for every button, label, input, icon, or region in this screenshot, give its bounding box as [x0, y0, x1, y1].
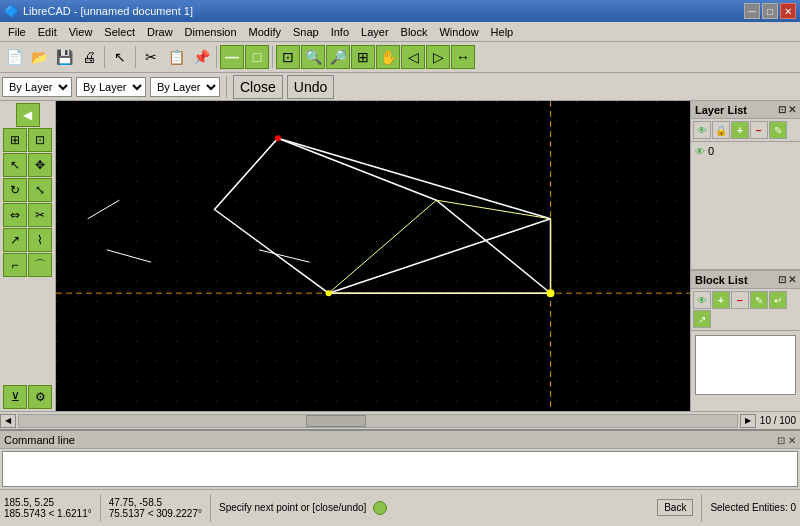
zoom-all[interactable]: ⊡: [276, 45, 300, 69]
separator3: [216, 46, 217, 68]
entities-count: 0: [790, 502, 796, 513]
maximize-button[interactable]: □: [762, 3, 778, 19]
block-del-btn[interactable]: −: [731, 291, 749, 309]
tool-extend[interactable]: ↗: [3, 228, 27, 252]
layer-toolbar: By Layer By Layer By Layer Close Undo: [0, 72, 800, 100]
zoom-prev[interactable]: ◁: [401, 45, 425, 69]
paste-button[interactable]: 📌: [189, 45, 213, 69]
zoom-in[interactable]: 🔍: [301, 45, 325, 69]
block-list-toolbar: 👁 + − ✎ ↵ ↗: [691, 289, 800, 331]
main-toolbar: 📄 📂 💾 🖨 ↖ ✂ 📋 📌 — □ ⊡ 🔍 🔎 ⊞ ✋ ◁ ▷ ↔: [0, 42, 800, 72]
cmd-float-icon[interactable]: ⊡: [777, 435, 785, 446]
hscroll-left[interactable]: ◀: [0, 414, 16, 428]
menu-modify[interactable]: Modify: [243, 24, 287, 40]
tool-scale[interactable]: ⤡: [28, 178, 52, 202]
layer-name: 0: [708, 145, 714, 157]
copy-button[interactable]: 📋: [164, 45, 188, 69]
close-button[interactable]: Close: [233, 75, 283, 99]
tool-chamfer[interactable]: ⌐: [3, 253, 27, 277]
hscroll-area: ◀ ▶ 10 / 100: [0, 411, 800, 429]
linewidth-select[interactable]: By Layer: [150, 77, 220, 97]
tool-select[interactable]: ↖: [3, 153, 27, 177]
tool-dimension[interactable]: ⊻: [3, 385, 27, 409]
open-button[interactable]: 📂: [27, 45, 51, 69]
coord-section1: 185.5, 5.25 185.5743 < 1.6211°: [4, 497, 92, 519]
print-button[interactable]: 🖨: [77, 45, 101, 69]
drawing-canvas-area[interactable]: [56, 101, 690, 411]
layer-close-icon[interactable]: ✕: [788, 104, 796, 115]
block-export-btn[interactable]: ↗: [693, 310, 711, 328]
cmd-close-icon[interactable]: ✕: [788, 435, 796, 446]
line-button[interactable]: —: [220, 45, 244, 69]
menu-block[interactable]: Block: [395, 24, 434, 40]
layer-del-btn[interactable]: −: [750, 121, 768, 139]
close-button[interactable]: ✕: [780, 3, 796, 19]
menu-edit[interactable]: Edit: [32, 24, 63, 40]
command-input[interactable]: [2, 451, 798, 487]
zoom-pan[interactable]: ✋: [376, 45, 400, 69]
block-edit-btn[interactable]: ✎: [750, 291, 768, 309]
menu-select[interactable]: Select: [98, 24, 141, 40]
block-add-btn[interactable]: +: [712, 291, 730, 309]
block-visibility-btn[interactable]: 👁: [693, 291, 711, 309]
status-div3: [701, 494, 702, 522]
separator2: [135, 46, 136, 68]
cmd-prompt: Specify next point or [close/undo]: [219, 501, 649, 515]
menu-window[interactable]: Window: [433, 24, 484, 40]
color-select[interactable]: By Layer: [2, 77, 72, 97]
separator4: [272, 46, 273, 68]
menu-layer[interactable]: Layer: [355, 24, 395, 40]
menu-draw[interactable]: Draw: [141, 24, 179, 40]
menu-snap[interactable]: Snap: [287, 24, 325, 40]
undo-button[interactable]: Undo: [287, 75, 334, 99]
rect-button[interactable]: □: [245, 45, 269, 69]
block-insert-btn[interactable]: ↵: [769, 291, 787, 309]
back-button[interactable]: Back: [657, 499, 693, 516]
right-panel: Layer List ⊡ ✕ 👁 🔒 + − ✎ 👁 0: [690, 101, 800, 411]
menu-file[interactable]: File: [2, 24, 32, 40]
menu-info[interactable]: Info: [325, 24, 355, 40]
back-tool[interactable]: ◀: [16, 103, 40, 127]
layer-visibility-btn[interactable]: 👁: [693, 121, 711, 139]
menu-dimension[interactable]: Dimension: [179, 24, 243, 40]
tool-move[interactable]: ✥: [28, 153, 52, 177]
tool-trim[interactable]: ✂: [28, 203, 52, 227]
hscroll-track[interactable]: [18, 414, 738, 428]
layer-edit-btn[interactable]: ✎: [769, 121, 787, 139]
lt-row-bottom: ⊻ ⚙: [3, 385, 52, 409]
menu-help[interactable]: Help: [485, 24, 520, 40]
coord1b: 185.5743 < 1.6211°: [4, 508, 92, 519]
layer-add-btn[interactable]: +: [731, 121, 749, 139]
command-line-area: Command line ⊡ ✕: [0, 429, 800, 487]
layer-item-0[interactable]: 👁 0: [693, 144, 798, 158]
tool-fillet[interactable]: ⌒: [28, 253, 52, 277]
cut-button[interactable]: ✂: [139, 45, 163, 69]
hscroll-right[interactable]: ▶: [740, 414, 756, 428]
menu-view[interactable]: View: [63, 24, 99, 40]
block-content: [695, 335, 796, 395]
zoom-win[interactable]: ⊞: [351, 45, 375, 69]
tool-settings[interactable]: ⚙: [28, 385, 52, 409]
block-close-icon[interactable]: ✕: [788, 274, 796, 285]
tool-mirror[interactable]: ⇔: [3, 203, 27, 227]
select-tool[interactable]: ↖: [108, 45, 132, 69]
zoom-out[interactable]: 🔎: [326, 45, 350, 69]
minimize-button[interactable]: ─: [744, 3, 760, 19]
layer-lock-btn[interactable]: 🔒: [712, 121, 730, 139]
tool-rotate[interactable]: ↻: [3, 178, 27, 202]
snap-point[interactable]: ⊡: [28, 128, 52, 152]
zoom-auto[interactable]: ↔: [451, 45, 475, 69]
snap-grid[interactable]: ⊞: [3, 128, 27, 152]
save-button[interactable]: 💾: [52, 45, 76, 69]
tool-break[interactable]: ⌇: [28, 228, 52, 252]
block-float-icon[interactable]: ⊡: [778, 274, 786, 285]
hscroll-thumb[interactable]: [306, 415, 366, 427]
zoom-next[interactable]: ▷: [426, 45, 450, 69]
layer-float-icon[interactable]: ⊡: [778, 104, 786, 115]
block-list-panel: Block List ⊡ ✕ 👁 + − ✎ ↵ ↗: [691, 271, 800, 411]
drawing-canvas[interactable]: [56, 101, 690, 411]
entities-section: Selected Entities: 0: [710, 502, 796, 513]
coord2: 47.75, -58.5: [109, 497, 202, 508]
linetype-select[interactable]: By Layer: [76, 77, 146, 97]
new-button[interactable]: 📄: [2, 45, 26, 69]
